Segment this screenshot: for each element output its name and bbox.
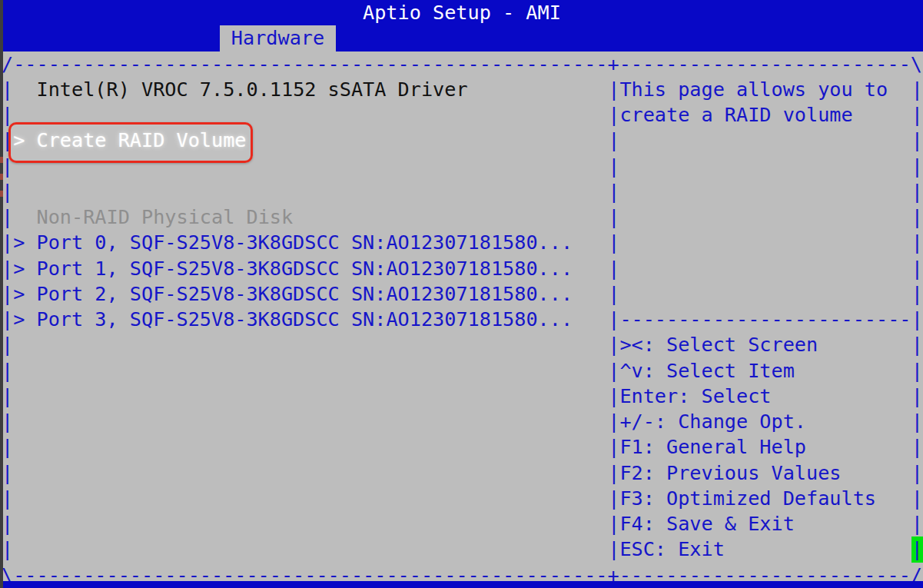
frame-pipe-left: | bbox=[2, 154, 13, 179]
frame-border-top: /---------------------------------------… bbox=[2, 51, 922, 77]
frame-pipe-left: | bbox=[2, 434, 13, 460]
frame-pipe-middle: | bbox=[608, 486, 619, 511]
frame-pipe-middle: | bbox=[608, 128, 619, 153]
frame-pipe-middle: | bbox=[608, 281, 619, 307]
frame-pipe-left: | bbox=[2, 102, 13, 128]
frame-pipe-right: | bbox=[911, 179, 923, 204]
frame-pipe-left: | bbox=[2, 128, 13, 153]
frame-pipe-middle: | bbox=[608, 179, 619, 204]
frame-pipe-right: | bbox=[911, 384, 923, 409]
help-key-2: ^v: Select Item bbox=[619, 358, 794, 384]
help-key-5: F1: General Help bbox=[619, 434, 806, 460]
cursor-block: | bbox=[911, 537, 923, 562]
disk-item-port-0[interactable]: > Port 0, SQF-S25V8-3K8GDSCC SN:AO123071… bbox=[13, 230, 573, 255]
frame-pipe-right: | bbox=[911, 332, 923, 357]
frame-pipe-right: | bbox=[911, 77, 923, 102]
frame-pipe-middle: | bbox=[608, 256, 619, 281]
menu-item-create-raid-volume[interactable]: > Create RAID Volume bbox=[13, 128, 246, 153]
frame-pipe-right: | bbox=[911, 511, 923, 537]
frame-pipe-middle: | bbox=[608, 332, 619, 357]
bios-setup-screen: Aptio Setup - AMI Hardware /------------… bbox=[0, 0, 923, 588]
frame-pipe-left: | bbox=[2, 486, 13, 511]
help-key-4: +/-: Change Opt. bbox=[619, 409, 806, 434]
frame-pipe-left: | bbox=[2, 281, 13, 307]
frame-pipe-left: | bbox=[2, 409, 13, 434]
frame-pipe-middle: | bbox=[608, 384, 619, 409]
frame-pipe-left: | bbox=[2, 460, 13, 486]
frame-pipe-left: | bbox=[2, 358, 13, 384]
frame-pipe-middle: | bbox=[608, 154, 619, 179]
frame-pipe-right: | bbox=[911, 358, 923, 384]
frame-pipe-right: | bbox=[911, 434, 923, 460]
frame-pipe-middle: | bbox=[608, 511, 619, 537]
frame-pipe-middle: | bbox=[608, 77, 619, 102]
frame-pipe-right: | bbox=[911, 102, 923, 128]
frame-pipe-middle: | bbox=[608, 434, 619, 460]
frame-pipe-left: | bbox=[2, 256, 13, 281]
help-separator: ------------------------- bbox=[619, 307, 911, 332]
frame-pipe-middle: | bbox=[608, 230, 619, 255]
driver-title: Intel(R) VROC 7.5.0.1152 sSATA Driver bbox=[37, 77, 468, 102]
frame-pipe-left: | bbox=[2, 332, 13, 357]
footer-bar bbox=[3, 581, 923, 588]
help-description-line-2: create a RAID volume bbox=[619, 102, 852, 128]
frame-pipe-right: | bbox=[911, 281, 923, 307]
frame-pipe-middle: | bbox=[608, 537, 619, 562]
section-label-non-raid-disk: Non-RAID Physical Disk bbox=[37, 204, 294, 230]
frame-pipe-right: | bbox=[911, 307, 923, 332]
help-key-9: ESC: Exit bbox=[619, 537, 724, 562]
frame-pipe-left: | bbox=[2, 230, 13, 255]
help-key-1: ><: Select Screen bbox=[619, 332, 818, 357]
frame-pipe-left: | bbox=[2, 511, 13, 537]
help-description-line-1: This page allows you to bbox=[619, 77, 888, 102]
frame-pipe-middle: | bbox=[608, 307, 619, 332]
frame-pipe-middle: | bbox=[608, 409, 619, 434]
frame-pipe-left: | bbox=[2, 384, 13, 409]
help-key-8: F4: Save & Exit bbox=[619, 511, 794, 537]
frame-pipe-left: | bbox=[2, 179, 13, 204]
frame-pipe-left: | bbox=[2, 204, 13, 230]
help-key-3: Enter: Select bbox=[619, 384, 771, 409]
frame-pipe-right: | bbox=[911, 486, 923, 511]
disk-item-port-1[interactable]: > Port 1, SQF-S25V8-3K8GDSCC SN:AO123071… bbox=[13, 256, 573, 281]
frame-pipe-middle: | bbox=[608, 460, 619, 486]
help-key-6: F2: Previous Values bbox=[619, 460, 841, 486]
frame-pipe-right: | bbox=[911, 230, 923, 255]
frame-pipe-middle: | bbox=[608, 204, 619, 230]
screen-edge-artifact bbox=[0, 0, 3, 588]
tab-hardware[interactable]: Hardware bbox=[220, 25, 336, 51]
frame-pipe-right: | bbox=[911, 204, 923, 230]
window-title: Aptio Setup - AMI bbox=[363, 0, 561, 25]
frame-pipe-right: | bbox=[911, 256, 923, 281]
frame-pipe-right: | bbox=[911, 128, 923, 153]
disk-item-port-3[interactable]: > Port 3, SQF-S25V8-3K8GDSCC SN:AO123071… bbox=[13, 307, 573, 332]
terminal-grid: /---------------------------------------… bbox=[0, 0, 923, 588]
frame-pipe-right: | bbox=[911, 460, 923, 486]
frame-pipe-right: | bbox=[911, 154, 923, 179]
frame-pipe-left: | bbox=[2, 77, 13, 102]
frame-pipe-middle: | bbox=[608, 358, 619, 384]
frame-pipe-left: | bbox=[2, 537, 13, 562]
help-key-7: F3: Optimized Defaults bbox=[619, 486, 876, 511]
frame-pipe-right: | bbox=[911, 409, 923, 434]
frame-pipe-middle: | bbox=[608, 102, 619, 128]
disk-item-port-2[interactable]: > Port 2, SQF-S25V8-3K8GDSCC SN:AO123071… bbox=[13, 281, 573, 307]
frame-pipe-left: | bbox=[2, 307, 13, 332]
